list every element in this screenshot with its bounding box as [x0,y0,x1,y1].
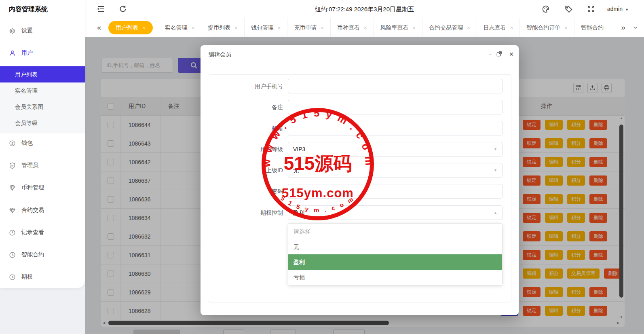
sidebar-item-coin-manage[interactable]: 币种管理 [0,180,85,195]
sidebar-item-wallet[interactable]: $ 钱包 [0,135,85,151]
gem-icon [9,184,16,191]
option-control-dropdown: 请选择 无 盈利 亏损 [288,223,503,285]
modal-title: 编辑会员 [209,45,231,63]
minimize-icon[interactable]: − [486,45,495,63]
sidebar-item-label: 管理员 [21,162,38,169]
tab-realname[interactable]: 实名管理× [158,18,202,37]
sidebar-item-smart-contract[interactable]: 智能合约 [0,247,85,262]
dropdown-option-placeholder[interactable]: 请选择 [288,224,502,239]
dropdown-option-none[interactable]: 无 [288,239,502,254]
tabs-menu-chevron-icon[interactable] [633,25,638,30]
sidebar-item-label: 合约交易 [21,207,44,214]
clock-icon [9,274,16,281]
tab-smart-contract-orders[interactable]: 智能合约订单× [520,18,574,37]
tab-user-list[interactable]: 用户列表× [108,21,153,34]
password-input[interactable] [288,184,503,199]
tag-icon[interactable] [564,5,573,13]
tab-contract-trade-manage[interactable]: 合约交易管理× [422,18,477,37]
sidebar-item-records[interactable]: 记录查看 [0,225,85,240]
tab-bar: « 用户列表× 实名管理× 提币列表× 钱包管理× 充币申请× 币种查看× 风险… [85,18,644,37]
sidebar-item-label: 智能合约 [21,251,44,258]
clock-display: 纽约:07:22:49 2026年3月20日星期五 [85,0,644,18]
tab-withdraw-list[interactable]: 提币列表× [201,18,245,37]
close-icon[interactable]: × [564,25,568,31]
field-label-level: 用户等级 [225,142,283,156]
clock-icon [9,252,16,258]
field-label-remark: 备注 [225,100,283,114]
phone-input[interactable] [288,79,503,93]
gear-icon [9,27,16,34]
clock-icon [9,229,16,236]
close-icon[interactable]: × [364,25,367,31]
close-icon[interactable]: × [142,25,146,31]
sidebar-item-label: 记录查看 [21,229,44,236]
caret-down-icon: ▼ [625,8,629,12]
edit-member-modal: 编辑会员 − × 用户手机号 备注 邮箱 用户等级 VIP3▼ 上级ID 无▼ [201,45,519,315]
theme-palette-icon[interactable] [542,5,550,13]
sidebar-item-label: 用户 [21,49,33,57]
tab-wallet-manage[interactable]: 钱包管理× [245,18,288,37]
close-icon[interactable]: × [413,25,416,31]
dropdown-option-loss[interactable]: 亏损 [288,270,502,285]
users-submenu: 用户列表 实名管理 会员关系图 会员等级 [0,66,85,133]
sidebar-item-label: 币种管理 [21,184,44,191]
tab-deposit-request[interactable]: 充币申请× [287,18,331,37]
caret-down-icon: ▼ [494,142,497,156]
sidebar-item-options[interactable]: 期权 [0,269,85,285]
close-icon[interactable]: × [507,45,516,63]
sidebar-item-admins[interactable]: 管理员 [0,158,85,173]
maximize-icon[interactable] [496,45,506,63]
user-icon [9,50,16,57]
close-icon[interactable]: × [234,25,238,31]
tab-log-view[interactable]: 日志查看× [477,18,520,37]
close-icon[interactable]: × [278,25,281,31]
app-root: 纽约:07:22:49 2026年3月20日星期五 admin▼ 内容管理系统 … [0,0,644,334]
option-control-select[interactable]: 盈利▲ [288,205,503,220]
gem-icon [9,207,16,214]
sidebar-item-label: 钱包 [21,140,33,147]
caret-up-icon: ▲ [494,206,497,220]
field-label-password: 密码 [225,184,283,199]
submenu-item-realname[interactable]: 实名管理 [0,82,85,99]
top-bar: 纽约:07:22:49 2026年3月20日星期五 admin▼ [0,0,644,18]
parent-id-select[interactable]: 无▼ [288,163,503,178]
tab-coin-view[interactable]: 币种查看× [331,18,374,37]
sidebar-item-label: 设置 [21,27,33,34]
modal-header: 编辑会员 − × [201,45,519,63]
tabs-scroll-right-icon[interactable]: » [621,18,625,37]
field-label-email: 邮箱 [225,121,283,135]
sidebar-item-users[interactable]: 用户 [0,45,85,61]
remark-input[interactable] [288,100,503,114]
shield-check-icon [9,162,16,169]
submenu-item-user-list[interactable]: 用户列表 [0,66,85,82]
submenu-item-member-level[interactable]: 会员等级 [0,115,85,131]
dollar-glyph: $ [11,141,13,145]
wallet-icon: $ [9,140,16,147]
app-title: 内容管理系统 [9,5,48,14]
level-select[interactable]: VIP3▼ [288,142,503,156]
caret-down-icon: ▼ [494,163,497,177]
field-label-option-control: 期权控制 [225,205,283,220]
user-menu[interactable]: admin▼ [607,0,629,18]
tab-smart-contract[interactable]: 智能合约 [574,18,604,37]
close-icon[interactable]: × [510,25,513,31]
close-icon[interactable]: × [192,25,195,31]
tabs-scroll-left-icon[interactable]: « [97,18,101,37]
submenu-item-relation-graph[interactable]: 会员关系图 [0,99,85,115]
field-label-parent-id: 上级ID [225,163,283,178]
sidebar-item-settings[interactable]: 设置 [0,23,85,38]
close-icon[interactable]: × [321,25,324,31]
username: admin [607,6,623,12]
sidebar-item-label: 期权 [21,273,33,281]
fullscreen-icon[interactable] [587,5,595,13]
field-label-phone: 用户手机号 [225,79,283,93]
dropdown-option-profit[interactable]: 盈利 [288,254,502,270]
sidebar: 内容管理系统 设置 用户 用户列表 实名管理 会员关系图 会员等级 $ 钱包 管… [0,0,85,288]
close-icon[interactable]: × [467,25,470,31]
email-input[interactable] [288,121,503,135]
tab-risk-rate[interactable]: 风险率查看× [374,18,423,37]
tab-strip: 用户列表× 实名管理× 提币列表× 钱包管理× 充币申请× 币种查看× 风险率查… [108,18,612,37]
sidebar-item-contract-trade[interactable]: 合约交易 [0,203,85,218]
